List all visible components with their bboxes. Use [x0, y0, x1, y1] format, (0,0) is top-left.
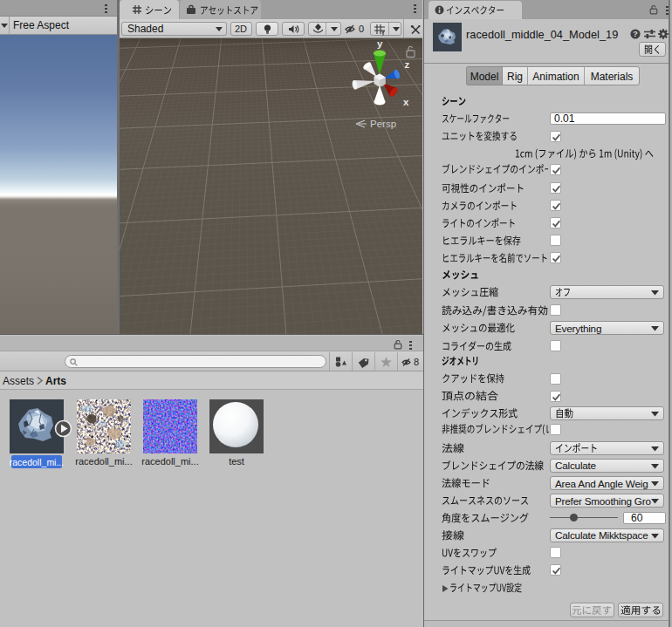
svg-text:y: y: [377, 39, 383, 49]
svg-text:z: z: [405, 59, 410, 70]
svg-text:?: ?: [633, 30, 638, 38]
svg-text:x: x: [403, 97, 409, 107]
svg-text:Persp: Persp: [370, 119, 396, 129]
